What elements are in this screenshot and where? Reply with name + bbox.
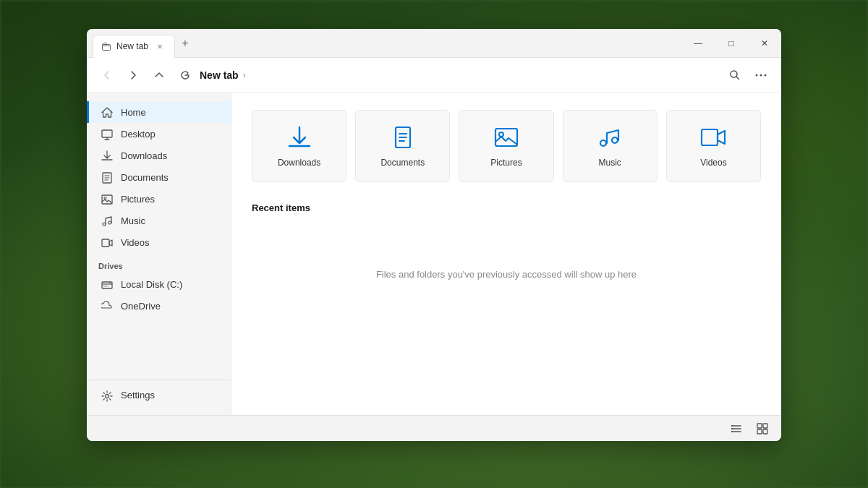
documents-icon [101, 171, 114, 184]
grid-view-button[interactable] [752, 419, 773, 439]
folder-card-music-label: Music [599, 158, 621, 168]
file-explorer-window: New tab ✕ + — □ ✕ [87, 29, 781, 441]
downloads-icon [101, 149, 114, 162]
svg-rect-24 [731, 431, 733, 432]
svg-rect-12 [102, 282, 112, 288]
onedrive-icon [101, 299, 114, 312]
svg-rect-14 [103, 286, 109, 287]
svg-rect-11 [102, 239, 109, 247]
folder-card-pictures[interactable]: Pictures [459, 110, 553, 182]
svg-point-19 [600, 140, 606, 146]
sidebar-label-settings: Settings [121, 390, 155, 401]
content-area: Home Desktop [87, 93, 781, 415]
sidebar-label-music: Music [121, 215, 145, 226]
folder-card-pictures-icon [493, 124, 519, 150]
sidebar-label-desktop: Desktop [121, 129, 156, 140]
settings-icon [101, 389, 114, 402]
sidebar-item-music[interactable]: Music [87, 210, 231, 231]
sidebar-item-onedrive[interactable]: OneDrive [87, 295, 231, 317]
tab-label: New tab [116, 41, 148, 51]
sidebar: Home Desktop [87, 93, 231, 415]
svg-point-20 [612, 137, 618, 143]
toolbar: New tab › [87, 58, 781, 93]
svg-rect-5 [102, 130, 112, 137]
pictures-icon [101, 192, 114, 205]
breadcrumb-arrow: › [243, 70, 246, 80]
sidebar-label-local-disk: Local Disk (C:) [121, 279, 182, 290]
sidebar-item-settings[interactable]: Settings [87, 380, 231, 406]
folder-card-music[interactable]: Music [563, 110, 658, 182]
list-view-button[interactable] [726, 419, 746, 439]
folder-card-videos-label: Videos [700, 158, 726, 168]
sidebar-label-pictures: Pictures [121, 194, 155, 205]
refresh-button[interactable] [174, 64, 197, 87]
music-icon [101, 214, 114, 227]
folder-card-music-icon [597, 124, 623, 150]
title-bar: New tab ✕ + — □ ✕ [87, 29, 781, 58]
folder-card-downloads-icon [286, 124, 312, 150]
quick-access-grid: Downloads Documents [252, 110, 761, 182]
toolbar-right [723, 64, 773, 87]
tab-close-button[interactable]: ✕ [154, 40, 166, 52]
sidebar-label-documents: Documents [121, 172, 169, 183]
svg-rect-25 [757, 424, 762, 428]
back-button[interactable] [95, 64, 119, 87]
window-controls: — □ ✕ [681, 29, 781, 58]
breadcrumb-text: New tab [200, 69, 239, 81]
svg-point-2 [756, 74, 758, 76]
svg-rect-26 [763, 424, 767, 428]
breadcrumb: New tab › [200, 69, 720, 81]
sidebar-item-documents[interactable]: Documents [87, 166, 231, 188]
svg-rect-17 [495, 129, 517, 146]
sidebar-item-pictures[interactable]: Pictures [87, 188, 231, 210]
sidebar-item-videos[interactable]: Videos [87, 231, 231, 253]
svg-rect-28 [763, 429, 767, 434]
folder-card-downloads[interactable]: Downloads [252, 110, 346, 182]
recent-section: Recent items Files and folders you've pr… [252, 202, 761, 325]
videos-icon [101, 236, 114, 249]
maximize-button[interactable]: □ [715, 29, 748, 58]
forward-button[interactable] [122, 64, 145, 87]
svg-point-4 [765, 74, 767, 76]
more-options-button[interactable] [749, 64, 773, 87]
svg-point-15 [106, 395, 109, 398]
svg-rect-0 [103, 44, 111, 50]
folder-card-pictures-label: Pictures [490, 158, 522, 168]
sidebar-item-downloads[interactable]: Downloads [87, 145, 231, 166]
svg-rect-27 [757, 429, 762, 434]
sidebar-label-videos: Videos [121, 237, 150, 248]
svg-rect-21 [702, 129, 718, 145]
svg-rect-22 [731, 425, 733, 427]
local-disk-icon [101, 278, 114, 291]
sidebar-item-local-disk[interactable]: Local Disk (C:) [87, 273, 231, 295]
folder-card-videos-icon [700, 124, 726, 150]
folder-card-documents[interactable]: Documents [355, 110, 450, 182]
search-button[interactable] [723, 64, 746, 87]
sidebar-label-downloads: Downloads [121, 150, 167, 161]
recent-empty-message: Files and folders you've previously acce… [252, 223, 761, 325]
new-tab-button[interactable]: + [175, 33, 195, 53]
sidebar-item-home[interactable]: Home [87, 101, 231, 123]
tab-new-tab[interactable]: New tab ✕ [93, 35, 175, 58]
svg-point-13 [109, 283, 111, 284]
sidebar-label-onedrive: OneDrive [121, 301, 161, 312]
drives-section-title: Drives [87, 253, 231, 273]
status-bar [87, 415, 781, 441]
svg-rect-7 [102, 195, 112, 204]
folder-card-documents-icon [390, 124, 416, 150]
up-button[interactable] [148, 64, 171, 87]
desktop-icon [101, 127, 114, 140]
tab-area: New tab ✕ + [87, 29, 681, 57]
svg-point-8 [104, 197, 106, 200]
sidebar-item-desktop[interactable]: Desktop [87, 123, 231, 145]
tab-folder-icon [102, 41, 111, 51]
folder-card-documents-label: Documents [380, 158, 425, 168]
svg-point-3 [760, 74, 762, 76]
recent-section-title: Recent items [252, 202, 761, 213]
svg-rect-23 [731, 428, 733, 429]
minimize-button[interactable]: — [681, 29, 715, 58]
home-icon [101, 106, 114, 119]
folder-card-videos[interactable]: Videos [666, 110, 761, 182]
close-button[interactable]: ✕ [748, 29, 781, 58]
sidebar-label-home: Home [121, 107, 146, 118]
